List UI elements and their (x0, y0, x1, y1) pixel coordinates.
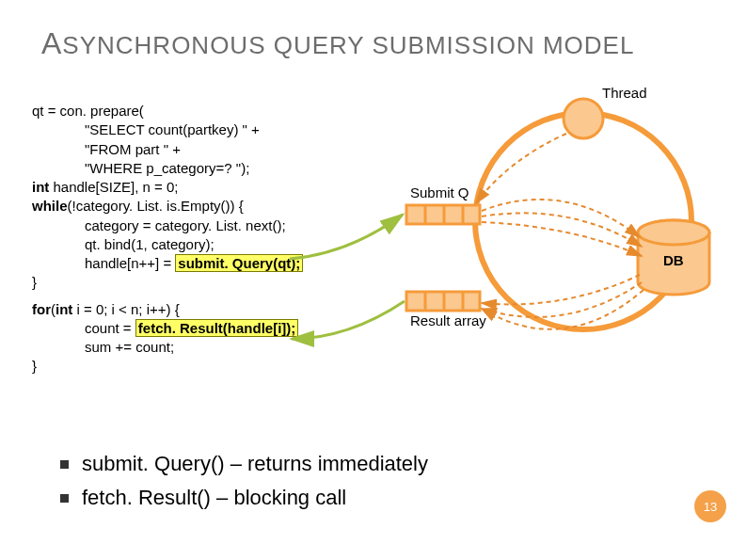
code-line: "FROM part " + (85, 141, 181, 157)
svg-rect-4 (406, 292, 480, 311)
code-line: } (32, 274, 37, 290)
code-block: qt = con. prepare( "SELECT count(partkey… (32, 102, 303, 376)
arrow-db-to-result-1 (482, 275, 640, 304)
arrow-db-to-result-2 (482, 282, 642, 317)
title-rest: SYNCHRONOUS QUERY SUBMISSION MODEL (62, 31, 634, 59)
code-line: (!category. List. is.Empty()) { (68, 198, 244, 214)
submit-queue-icon (406, 205, 480, 224)
bullet-icon (60, 460, 69, 469)
code-keyword: int (32, 179, 49, 195)
page-number: 13 (704, 500, 717, 514)
code-keyword: int (56, 301, 72, 317)
page-number-badge: 13 (694, 490, 726, 522)
arrow-submit-to-db-1 (482, 200, 640, 237)
arrow-code-to-submit (290, 215, 403, 259)
result-label: Result array (410, 312, 486, 328)
arrow-result-to-code (292, 301, 405, 339)
code-line: qt = con. prepare( (32, 103, 144, 119)
code-line: handle[n++] = (85, 255, 175, 271)
arrow-thread-to-submit (476, 134, 566, 203)
code-keyword: while (32, 198, 68, 214)
bullet-row: fetch. Result() – blocking call (60, 486, 428, 510)
slide-title: ASYNCHRONOUS QUERY SUBMISSION MODEL (41, 26, 634, 61)
code-line: qt. bind(1, category); (85, 236, 215, 252)
code-line: "SELECT count(partkey) " + (85, 121, 260, 137)
bullet-icon (60, 494, 69, 503)
code-line: "WHERE p_category=? "); (85, 160, 249, 176)
svg-point-9 (638, 220, 709, 245)
code-highlight-submit: submit. Query(qt); (175, 254, 303, 272)
arrow-submit-to-db-3 (482, 222, 642, 256)
code-line: } (32, 358, 37, 374)
db-label: DB (663, 252, 684, 268)
code-line: count = (85, 320, 135, 336)
result-array-icon (406, 292, 480, 311)
thread-circle-icon (564, 99, 603, 138)
svg-rect-0 (406, 205, 480, 224)
code-highlight-fetch: fetch. Result(handle[i]); (135, 319, 299, 337)
code-line: sum += count; (85, 339, 174, 355)
arrow-submit-to-db-2 (482, 213, 642, 247)
arrow-db-to-result-3 (482, 290, 644, 329)
code-line: handle[SIZE], n = 0; (49, 179, 178, 195)
code-keyword: for (32, 301, 51, 317)
bullet-text: submit. Query() – returns immediately (82, 452, 428, 476)
bullet-text: fetch. Result() – blocking call (82, 486, 346, 510)
bullet-list: submit. Query() – returns immediately fe… (60, 452, 428, 520)
code-line: i = 0; i < n; i++) { (72, 301, 179, 317)
submit-label: Submit Q (410, 184, 469, 200)
svg-point-8 (638, 220, 709, 245)
thread-label: Thread (602, 85, 647, 101)
title-prefix: A (41, 26, 62, 60)
code-line: category = category. List. next(); (85, 217, 286, 233)
bullet-row: submit. Query() – returns immediately (60, 452, 428, 476)
thread-loop-icon (475, 113, 691, 329)
